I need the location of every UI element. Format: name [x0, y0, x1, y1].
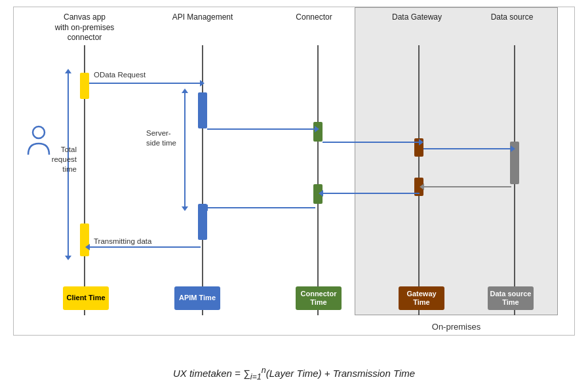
arrow-odata-request	[89, 83, 201, 84]
data-gateway-header: Data Gateway	[387, 12, 446, 23]
onpremises-label: On-premises	[355, 322, 558, 332]
server-side-varrow	[184, 92, 186, 207]
arrow-apim-connector	[207, 128, 315, 130]
arrow-return-connector-apim	[207, 207, 315, 208]
apim-time-legend: APIM Time	[174, 286, 220, 310]
gateway-time-legend: GatewayTime	[399, 286, 444, 310]
client-time-legend: Client Time	[63, 286, 109, 310]
arrow-connector-gateway	[323, 142, 420, 143]
formula-text: UX timetaken = ∑i=1n(Layer Time) + Trans…	[173, 368, 415, 379]
diagram-area: Canvas appwith on-premisesconnector API …	[13, 7, 575, 336]
diagram-inner: Canvas appwith on-premisesconnector API …	[14, 7, 574, 335]
formula-area: UX timetaken = ∑i=1n(Layer Time) + Trans…	[0, 366, 588, 381]
arrow-return-apim-canvas	[89, 246, 201, 248]
arrow-gateway-datasource	[423, 148, 511, 149]
transmitting-label: Transmitting data	[94, 237, 151, 246]
connector-lifeline	[317, 45, 319, 315]
arrow-return-gateway-connector	[323, 193, 420, 194]
connector-time-legend: ConnectorTime	[296, 286, 342, 310]
data-source-header: Data source	[486, 12, 538, 23]
canvas-app-header: Canvas appwith on-premisesconnector	[52, 12, 117, 43]
canvas-bar-top	[80, 73, 89, 99]
api-mgmt-header: API Management	[170, 12, 235, 23]
apim-bar-top	[198, 92, 207, 128]
data-source-time-legend: Data sourceTime	[488, 286, 534, 310]
connector-header: Connector	[288, 12, 340, 23]
arrow-return-datasource-gateway	[423, 186, 511, 187]
canvas-bar-bottom	[80, 223, 89, 256]
odata-request-label: OData Request	[94, 70, 146, 80]
person-icon	[26, 125, 52, 160]
svg-point-0	[33, 126, 45, 138]
server-side-label: Server-side time	[146, 128, 189, 148]
onpremises-box	[355, 7, 558, 315]
